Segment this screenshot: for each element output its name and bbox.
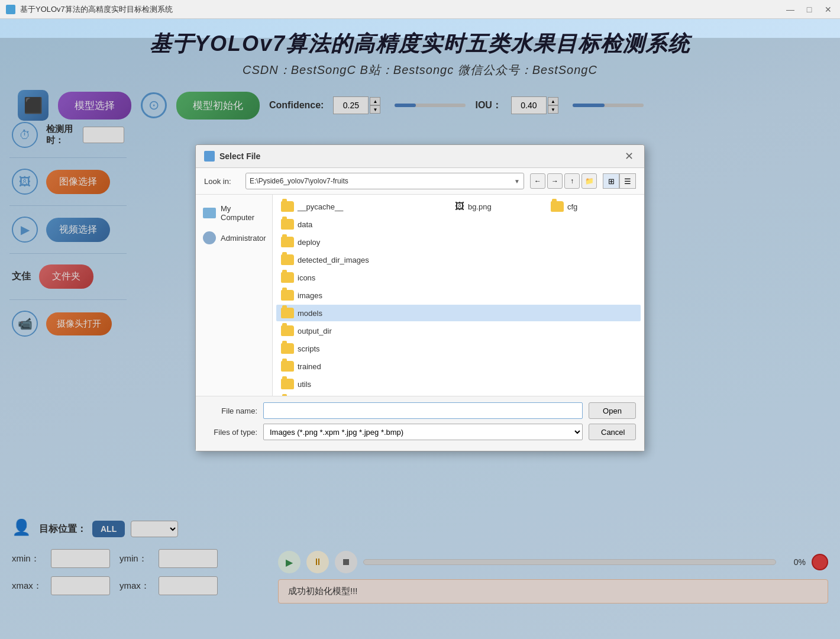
dialog-sidebar: My Computer Administrator <box>196 195 273 396</box>
nav-buttons: ← → ↑ 📁 <box>530 173 597 189</box>
window-title: 基于YOLOv7算法的高精度实时目标检测系统 <box>20 4 173 15</box>
file-dialog: Select File ✕ Look in: E:\Pyside6_yolov7… <box>195 144 645 451</box>
file-item-pycache[interactable]: __pycache__ <box>276 198 371 215</box>
file-item-detected[interactable]: detected_dir_images <box>276 251 641 268</box>
filetype-label: Files of type: <box>204 428 257 437</box>
open-button[interactable]: Open <box>589 402 636 419</box>
file-item-data[interactable]: data <box>276 216 641 233</box>
file-item-output[interactable]: output_dir <box>276 322 641 339</box>
nav-up[interactable]: ↑ <box>564 173 580 189</box>
filename-label: File name: <box>204 406 257 415</box>
view-buttons: ⊞ ☰ <box>603 173 636 189</box>
file-item-images[interactable]: images <box>276 287 641 304</box>
view-list[interactable]: ☰ <box>619 173 636 189</box>
file-item-scripts[interactable]: scripts <box>276 340 641 357</box>
file-item-cfg[interactable]: cfg <box>546 198 641 215</box>
close-button[interactable]: ✕ <box>822 5 834 14</box>
path-text: E:\Pyside6_yolov7\yolov7-fruits <box>250 177 348 185</box>
dialog-body: My Computer Administrator __pycache__ <box>196 195 644 396</box>
file-item-models[interactable]: models <box>276 305 641 321</box>
file-item-utils[interactable]: utils <box>276 376 641 392</box>
user-icon <box>203 231 216 244</box>
title-bar: 基于YOLOv7算法的高精度实时目标检测系统 — □ ✕ <box>0 0 840 19</box>
filename-input[interactable] <box>263 402 583 419</box>
nav-back[interactable]: ← <box>530 173 545 189</box>
file-item-icons[interactable]: icons <box>276 269 641 286</box>
app-icon <box>6 5 15 14</box>
file-list: __pycache__ 🖼 bg.png cfg data <box>273 195 644 396</box>
dialog-toolbar: Look in: E:\Pyside6_yolov7\yolov7-fruits… <box>196 168 644 195</box>
maximize-button[interactable]: □ <box>803 5 815 14</box>
dialog-overlay: Select File ✕ Look in: E:\Pyside6_yolov7… <box>0 38 840 639</box>
nav-forward[interactable]: → <box>547 173 563 189</box>
sidebar-item-mycomputer[interactable]: My Computer <box>196 199 272 227</box>
filetype-row: Files of type: Images (*.png *.xpm *.jpg… <box>204 424 636 440</box>
file-item-trained[interactable]: trained <box>276 358 641 375</box>
dialog-titlebar: Select File ✕ <box>196 145 644 168</box>
administrator-label: Administrator <box>221 234 266 243</box>
sidebar-item-administrator[interactable]: Administrator <box>196 227 272 249</box>
file-item-deploy[interactable]: deploy <box>276 234 641 250</box>
minimize-button[interactable]: — <box>784 5 796 14</box>
dialog-footer: File name: Open Files of type: Images (*… <box>196 396 644 451</box>
app-area: 基于YOLOv7算法的高精度实时五类水果目标检测系统 CSDN：BestSong… <box>0 19 840 639</box>
dialog-title: Select File <box>219 151 260 161</box>
window-controls[interactable]: — □ ✕ <box>784 5 834 14</box>
pc-icon <box>203 208 216 218</box>
path-dropdown[interactable]: E:\Pyside6_yolov7\yolov7-fruits ▼ <box>245 173 524 189</box>
file-item-bg[interactable]: 🖼 bg.png <box>450 198 545 215</box>
cancel-button[interactable]: Cancel <box>589 424 636 440</box>
filename-row: File name: Open <box>204 402 636 419</box>
file-item-video[interactable]: video <box>276 393 641 396</box>
look-in-label: Look in: <box>204 177 240 186</box>
dialog-close-button[interactable]: ✕ <box>622 150 636 163</box>
dialog-icon <box>204 151 215 162</box>
view-icon[interactable]: ⊞ <box>603 173 619 189</box>
mycomputer-label: My Computer <box>221 204 265 222</box>
filetype-dropdown[interactable]: Images (*.png *.xpm *.jpg *.jpeg *.bmp) <box>263 424 583 440</box>
nav-folder[interactable]: 📁 <box>581 173 597 189</box>
